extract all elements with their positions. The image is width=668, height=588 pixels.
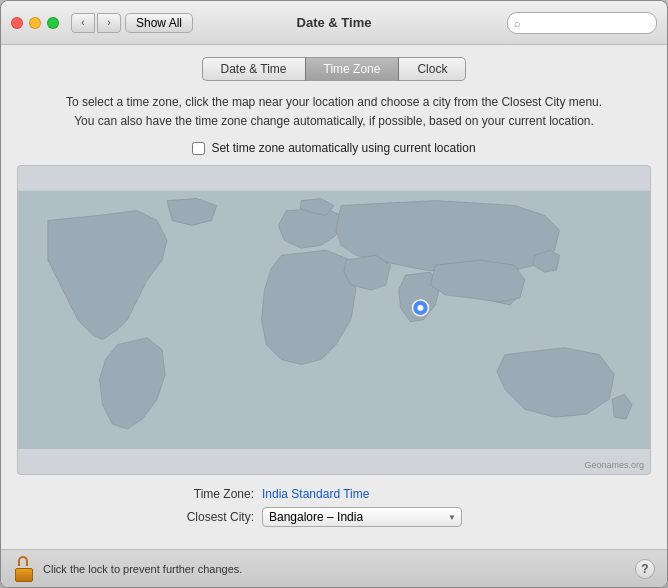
- search-icon: ⌕: [514, 17, 521, 29]
- closest-city-select[interactable]: Bangalore – India: [262, 507, 462, 527]
- tab-time-zone[interactable]: Time Zone: [305, 57, 400, 81]
- world-map[interactable]: Geonames.org: [17, 165, 651, 475]
- tab-date-time[interactable]: Date & Time: [202, 57, 305, 81]
- description-line1: To select a time zone, click the map nea…: [17, 93, 651, 112]
- tab-clock[interactable]: Clock: [399, 57, 466, 81]
- nav-buttons: ‹ ›: [71, 13, 121, 33]
- titlebar: ‹ › Show All Date & Time ⌕: [1, 1, 667, 45]
- tabs-bar: Date & Time Time Zone Clock: [17, 57, 651, 81]
- timezone-value: India Standard Time: [262, 487, 369, 501]
- lock-shackle: [18, 556, 28, 566]
- content-area: Date & Time Time Zone Clock To select a …: [1, 45, 667, 549]
- close-button[interactable]: [11, 17, 23, 29]
- map-svg: [18, 166, 650, 474]
- search-input[interactable]: [524, 16, 654, 30]
- back-button[interactable]: ‹: [71, 13, 95, 33]
- closest-city-label: Closest City:: [164, 510, 254, 524]
- help-button[interactable]: ?: [635, 559, 655, 579]
- search-box: ⌕: [507, 12, 657, 34]
- svg-point-2: [417, 305, 423, 311]
- auto-timezone-row: Set time zone automatically using curren…: [17, 141, 651, 155]
- auto-timezone-label: Set time zone automatically using curren…: [211, 141, 475, 155]
- show-all-button[interactable]: Show All: [125, 13, 193, 33]
- forward-button[interactable]: ›: [97, 13, 121, 33]
- bottom-bar: Click the lock to prevent further change…: [1, 549, 667, 587]
- traffic-lights: [11, 17, 59, 29]
- closest-city-select-wrapper: Bangalore – India: [262, 507, 462, 527]
- lock-body: [15, 568, 33, 582]
- description-text: To select a time zone, click the map nea…: [17, 93, 651, 131]
- maximize-button[interactable]: [47, 17, 59, 29]
- auto-timezone-checkbox[interactable]: [192, 142, 205, 155]
- timezone-row: Time Zone: India Standard Time: [164, 487, 504, 501]
- lock-text: Click the lock to prevent further change…: [43, 563, 635, 575]
- closest-city-row: Closest City: Bangalore – India: [164, 507, 504, 527]
- main-window: ‹ › Show All Date & Time ⌕ Date & Time T…: [0, 0, 668, 588]
- timezone-label: Time Zone:: [164, 487, 254, 501]
- map-attribution: Geonames.org: [584, 460, 644, 470]
- info-rows: Time Zone: India Standard Time Closest C…: [17, 487, 651, 527]
- window-title: Date & Time: [297, 15, 372, 30]
- description-line2: You can also have the time zone change a…: [17, 112, 651, 131]
- minimize-button[interactable]: [29, 17, 41, 29]
- lock-icon[interactable]: [13, 556, 35, 582]
